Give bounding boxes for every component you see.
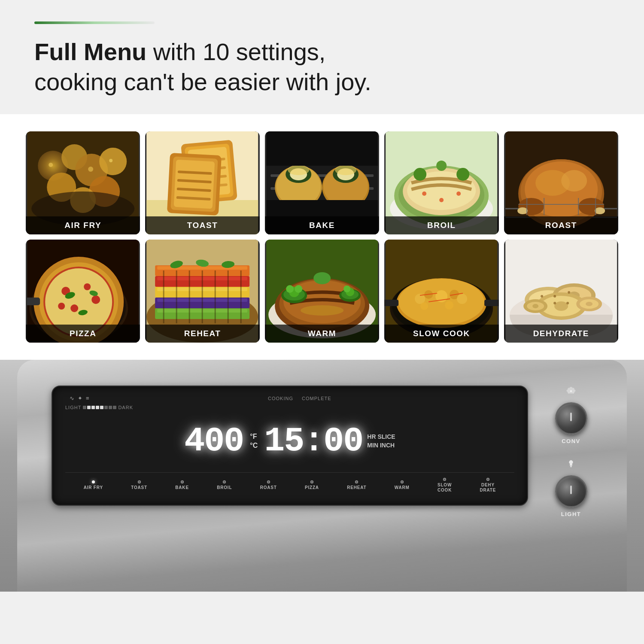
mode-dot-warm: [401, 480, 404, 483]
mode-btn-air-fry[interactable]: AIR FRY: [84, 480, 103, 490]
mode-btn-pizza[interactable]: PIZZA: [305, 480, 319, 490]
conv-knob[interactable]: [555, 402, 587, 434]
svg-point-154: [554, 301, 568, 311]
svg-point-54: [439, 198, 444, 202]
light-seg-6: [104, 406, 108, 409]
label-broil: BROIL: [384, 216, 498, 234]
light-icon: [566, 459, 576, 471]
label-slow-cook: SLOW COOK: [384, 325, 498, 343]
grid-item-roast[interactable]: ROAST: [504, 131, 618, 234]
label-bake: BAKE: [265, 216, 379, 234]
mode-label-reheat: REHEAT: [347, 485, 366, 490]
control-panel: ∿ ✦ ≡ COOKING COMPLETE L: [52, 386, 528, 506]
svg-point-65: [517, 207, 528, 214]
grid-item-reheat[interactable]: REHEAT: [145, 240, 259, 343]
svg-rect-41: [266, 131, 378, 166]
svg-point-157: [532, 304, 538, 308]
headline: Full Menu with 10 settings,cooking can't…: [34, 37, 610, 97]
svg-point-164: [553, 302, 556, 304]
temp-unit-column: °F °C: [250, 432, 258, 450]
svg-rect-88: [26, 298, 40, 305]
label-toast: TOAST: [145, 216, 259, 234]
svg-point-50: [456, 168, 469, 181]
svg-point-125: [343, 286, 350, 292]
mode-btn-toast[interactable]: TOAST: [131, 480, 147, 490]
mode-dot-dehydrate: [486, 478, 489, 481]
light-seg-3: [91, 406, 95, 409]
cooking-grid: AIR FRY: [26, 131, 618, 343]
svg-point-122: [286, 285, 294, 293]
grid-item-pizza[interactable]: PIZZA: [26, 240, 140, 343]
mode-btn-reheat[interactable]: REHEAT: [347, 480, 366, 490]
grid-item-dehydrate[interactable]: DEHYDRATE: [504, 240, 618, 343]
svg-point-123: [295, 285, 302, 293]
svg-rect-142: [384, 300, 398, 306]
svg-point-161: [541, 295, 543, 298]
appliance-section: ∿ ✦ ≡ COOKING COMPLETE L: [0, 360, 644, 592]
mode-dot-air-fry: [92, 480, 95, 483]
display-area: 400 °F °C 15:00 HR SLICE MIN INCH: [65, 410, 514, 472]
mode-btn-dehydrate[interactable]: DEHYDRATE: [480, 478, 496, 493]
mode-btn-roast[interactable]: ROAST: [260, 480, 277, 490]
mode-dot-roast: [267, 480, 270, 483]
conv-icon: [566, 386, 576, 398]
svg-point-165: [566, 302, 569, 304]
light-label-knob: LIGHT: [561, 511, 581, 517]
appliance-body: ∿ ✦ ≡ COOKING COMPLETE L: [17, 360, 627, 592]
temperature-display: 400: [184, 424, 243, 459]
cooking-label: COOKING: [268, 396, 293, 401]
mode-btn-warm[interactable]: WARM: [395, 480, 410, 490]
fahrenheit-unit: °F: [250, 432, 257, 441]
menu-icon: ≡: [86, 395, 89, 401]
mode-dot-reheat: [355, 480, 358, 483]
grid-item-broil[interactable]: BROIL: [384, 131, 498, 234]
mode-label-bake: BAKE: [175, 485, 189, 490]
svg-rect-23: [174, 160, 215, 209]
svg-point-53: [456, 191, 461, 196]
label-air-fry: AIR FRY: [26, 216, 140, 234]
mode-dot-toast: [138, 480, 141, 483]
complete-label: COMPLETE: [302, 396, 331, 401]
svg-point-4: [99, 148, 127, 175]
svg-point-62: [561, 170, 587, 191]
svg-point-8: [49, 163, 53, 167]
svg-point-126: [301, 305, 343, 316]
mode-label-pizza: PIZZA: [305, 485, 319, 490]
mode-label-broil: BROIL: [217, 485, 232, 490]
led-display: 400 °F °C 15:00 HR SLICE MIN INCH: [184, 424, 395, 459]
light-control-group: LIGHT: [555, 459, 587, 517]
mode-btn-broil[interactable]: BROIL: [217, 480, 232, 490]
svg-point-82: [91, 295, 100, 304]
mode-btn-slow-cook[interactable]: SLOWCOOK: [437, 478, 452, 493]
mode-label-air-fry: AIR FRY: [84, 485, 103, 490]
light-knob[interactable]: [555, 475, 587, 507]
mode-label-toast: TOAST: [131, 485, 147, 490]
svg-point-84: [58, 303, 65, 310]
cooking-grid-section: AIR FRY: [0, 114, 644, 360]
svg-point-52: [422, 191, 426, 196]
mode-dot-bake: [181, 480, 184, 483]
conv-control-group: CONV: [555, 386, 587, 444]
svg-point-51: [436, 161, 447, 171]
light-seg-7: [109, 406, 112, 409]
header-section: Full Menu with 10 settings,cooking can't…: [0, 0, 644, 114]
label-reheat: REHEAT: [145, 325, 259, 343]
grid-item-toast[interactable]: TOAST: [145, 131, 259, 234]
svg-point-163: [568, 291, 570, 294]
svg-rect-143: [484, 300, 498, 306]
light-seg-8: [113, 406, 116, 409]
grid-item-warm[interactable]: WARM: [265, 240, 379, 343]
light-seg-4: [96, 406, 99, 409]
grid-item-air-fry[interactable]: AIR FRY: [26, 131, 140, 234]
status-icons-left: ∿ ✦ ≡: [70, 395, 89, 401]
grid-item-slow-cook[interactable]: SLOW COOK: [384, 240, 498, 343]
svg-point-66: [595, 207, 605, 214]
svg-point-9: [88, 167, 93, 172]
dark-label: DARK: [118, 405, 133, 410]
svg-point-10: [109, 159, 112, 162]
label-dehydrate: DEHYDRATE: [504, 325, 618, 343]
mode-dot-slow-cook: [443, 478, 446, 481]
mode-btn-bake[interactable]: BAKE: [175, 480, 189, 490]
grid-item-bake[interactable]: BAKE: [265, 131, 379, 234]
headline-bold: Full Menu: [34, 38, 146, 65]
